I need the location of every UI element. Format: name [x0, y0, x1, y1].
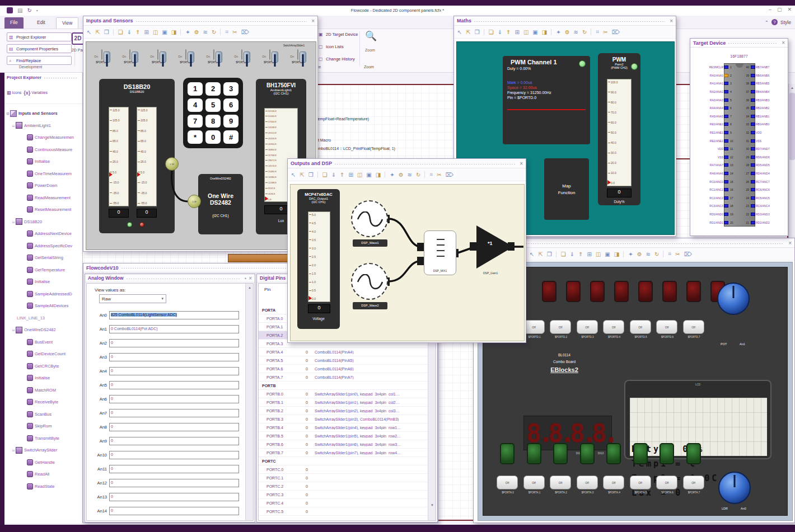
potentiometer-knob[interactable]: [717, 283, 750, 315]
pwm-duty-slider[interactable]: 100.090.080.070.060.050.040.030.020.010.…: [607, 79, 632, 186]
digital-pin-row[interactable]: PORTA.5 0 ComboBL0114(PinA5): [259, 356, 436, 365]
tab-view[interactable]: View: [56, 17, 78, 29]
off-button[interactable]: Off: [603, 320, 624, 334]
toolbar-icon[interactable]: ✦: [623, 251, 633, 257]
toolbar-icon[interactable]: ❏: [556, 251, 566, 257]
toolbar-icon[interactable]: ❏: [317, 172, 328, 178]
toolbar-icon[interactable]: ⌗: [220, 29, 228, 35]
port-switch[interactable]: Off $PORTA.0: [497, 475, 519, 494]
toolbar-icon[interactable]: ⇓: [127, 29, 132, 35]
channel-value-field[interactable]: 0: [109, 367, 239, 375]
tree-item[interactable]: ⊟ GetHandle: [4, 456, 83, 469]
toolbar-icon[interactable]: ◫: [596, 251, 601, 257]
off-button[interactable]: Off: [603, 475, 624, 489]
toolbar-icon[interactable]: ▣: [162, 29, 167, 35]
tree-item[interactable]: ⊟ GetCRCByte: [4, 360, 83, 373]
dsp-wave-block[interactable]: [351, 200, 388, 237]
view-item-target-device[interactable]: ▣2D Target Device: [319, 32, 358, 37]
port-switch[interactable]: Off $PORTA.1: [523, 475, 546, 494]
toolbar-icon[interactable]: ⊞: [349, 172, 353, 178]
tab-edit[interactable]: Edit: [31, 17, 51, 29]
off-button[interactable]: Off: [577, 320, 598, 334]
chip-pin[interactable]: 22 RD3/AND3: [744, 210, 789, 219]
off-button[interactable]: Off: [656, 320, 677, 334]
chip-pin[interactable]: 33 RB0/ANB0: [744, 120, 789, 129]
toolbar-icon[interactable]: ⌦: [684, 251, 691, 257]
toolbar-icon[interactable]: ⇱: [466, 29, 470, 35]
collapse-ribbon-icon[interactable]: ⌃: [765, 20, 769, 25]
tab-style[interactable]: Style: [780, 20, 791, 25]
tree-item[interactable]: ⊟ PowerDown: [4, 180, 83, 192]
digital-pin-row[interactable]: PORTC.0 0: [259, 465, 436, 474]
chip-pin[interactable]: RA2/ANA2 4: [690, 88, 735, 96]
close-icon[interactable]: ×: [520, 161, 523, 167]
channel-value-field[interactable]: 0: [109, 409, 239, 417]
toolbar-icon[interactable]: ⇑: [506, 29, 511, 35]
toolbar-icon[interactable]: ⇓: [331, 172, 336, 178]
toolbar-icon[interactable]: ⌗: [424, 171, 433, 178]
close-icon[interactable]: ×: [788, 240, 792, 246]
off-button[interactable]: Off: [523, 475, 545, 489]
channel-value-field[interactable]: 0: [109, 353, 239, 361]
toolbar-icon[interactable]: ⚙: [194, 29, 199, 35]
channel-value-field[interactable]: 0: [109, 451, 239, 459]
chip-pin[interactable]: RC2/ANC2 17: [690, 194, 735, 203]
chip-pin[interactable]: RC1/ANC1 16: [690, 186, 735, 194]
toolbar-icon[interactable]: ⇓: [498, 29, 502, 35]
off-button[interactable]: Off: [523, 320, 545, 334]
toolbar-icon[interactable]: ↖: [291, 172, 296, 178]
toolbar-icon[interactable]: ⇱: [300, 172, 304, 178]
dsp-wave-block[interactable]: [351, 263, 388, 300]
channel-value-field[interactable]: 0: [109, 381, 239, 389]
toolbar-icon[interactable]: ✂: [437, 172, 441, 178]
toolbar-icon[interactable]: ⌗: [663, 251, 671, 257]
digital-pin-row[interactable]: PORTC.4 0: [259, 499, 436, 507]
digital-pin-row[interactable]: PORTA.6 0 ComboBL0114(PinA6): [259, 365, 436, 373]
chip-pin[interactable]: 27 RD4/AND4: [744, 170, 789, 178]
expander-icon[interactable]: ⊟: [11, 448, 16, 452]
toolbar-icon[interactable]: ≋: [203, 29, 208, 35]
tree-item[interactable]: ⊟ Inputs and Sensors: [4, 107, 83, 120]
analog-scrollbar[interactable]: ▲: [245, 284, 253, 520]
close-button[interactable]: ✕: [787, 7, 792, 12]
digital-pin-row[interactable]: PORTB.2 0 SwitchArraySlider1(pin2), keyp…: [259, 407, 436, 415]
chip-pin[interactable]: RA6/ANA6 14: [690, 170, 735, 178]
onewire-connector[interactable]: 1-W: [188, 195, 201, 208]
tree-item[interactable]: ⊟ ReadAll: [4, 468, 83, 481]
digital-pin-row[interactable]: PORTC.3 0: [259, 491, 436, 499]
chip-pin[interactable]: RD1/AND1 20: [690, 218, 735, 227]
view-item-icon-lists[interactable]: ▢Icon Lists: [319, 44, 344, 49]
toolbar-icon[interactable]: ⚙: [637, 251, 642, 257]
toolbar-icon[interactable]: ❐: [475, 29, 480, 35]
off-button[interactable]: Off: [630, 475, 651, 489]
tree-item[interactable]: ⊟ BusEvent: [4, 336, 83, 349]
port-switch[interactable]: Off $PORTD.1: [523, 320, 546, 338]
toolbar-icon[interactable]: ⇱: [538, 251, 543, 257]
channel-value-field[interactable]: 0: [109, 465, 239, 473]
toolbar-icon[interactable]: ◨: [542, 29, 547, 35]
port-switch[interactable]: Off $PORTD.5: [630, 320, 652, 338]
off-button[interactable]: Off: [656, 475, 677, 489]
toolbar-icon[interactable]: ◫: [523, 29, 529, 35]
off-button[interactable]: Off: [630, 320, 651, 334]
toolbar-icon[interactable]: ≋: [574, 29, 578, 35]
tree-item[interactable]: ⊟ SwitchArraySlider: [4, 444, 83, 456]
tree-item[interactable]: ⊟ Initialise: [4, 156, 83, 168]
channel-value-field[interactable]: 0 ComboBL0114(Pot ADC): [109, 325, 239, 333]
pin-icon[interactable]: ▪: [245, 276, 246, 281]
channel-value-field[interactable]: 0: [109, 493, 239, 501]
toolbar-icon[interactable]: ❐: [308, 172, 314, 178]
find-replace-button[interactable]: ⌕Find/Replace: [7, 56, 72, 65]
explorer-tool-button[interactable]: {x}Variables: [24, 90, 48, 96]
tree-item[interactable]: ⊟ ContinuousMeasure: [4, 144, 83, 156]
toolbar-icon[interactable]: ▣: [366, 172, 371, 178]
channel-value-field[interactable]: 0: [109, 395, 239, 403]
chip-pin[interactable]: 36 RB3/ANB3: [744, 96, 789, 104]
tree-item[interactable]: ⊟ ReceiveByte: [4, 396, 83, 408]
toolbar-icon[interactable]: ↻: [582, 29, 587, 35]
tree-item[interactable]: ⊟ ScanBus: [4, 408, 83, 421]
chip-pin[interactable]: RA3/ANA3 5: [690, 96, 735, 104]
chip-pin[interactable]: 23 RC4/ANC4: [744, 202, 789, 210]
maximize-button[interactable]: ▢: [777, 7, 782, 12]
chip-pin[interactable]: RD0/AND0 19: [690, 210, 735, 219]
